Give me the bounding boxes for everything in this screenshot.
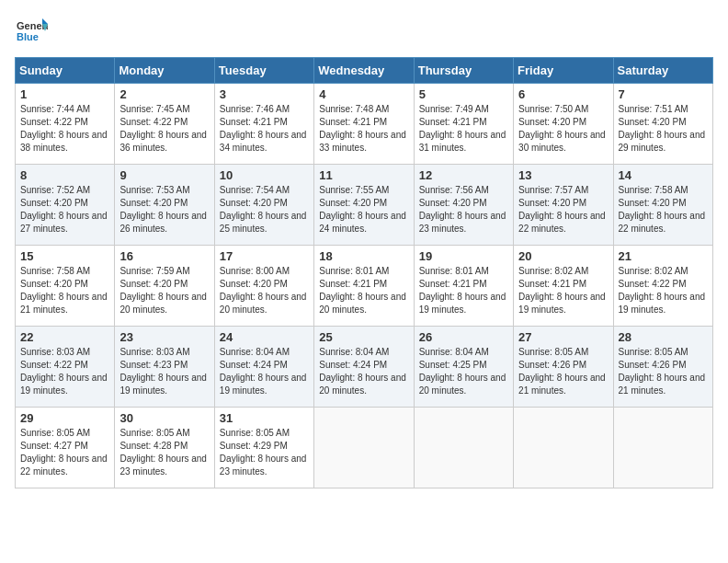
header: General Blue	[15, 15, 713, 48]
day-info: Sunrise: 8:02 AM Sunset: 4:21 PM Dayligh…	[518, 265, 608, 316]
day-number: 24	[220, 330, 309, 344]
calendar-cell: 4Sunrise: 7:48 AM Sunset: 4:21 PM Daylig…	[314, 84, 414, 165]
calendar-cell: 18Sunrise: 8:01 AM Sunset: 4:21 PM Dayli…	[314, 246, 414, 327]
calendar-cell: 13Sunrise: 7:57 AM Sunset: 4:20 PM Dayli…	[514, 165, 613, 246]
calendar-cell: 26Sunrise: 8:04 AM Sunset: 4:25 PM Dayli…	[414, 327, 513, 408]
week-row-5: 29Sunrise: 8:05 AM Sunset: 4:27 PM Dayli…	[16, 408, 713, 488]
day-info: Sunrise: 7:58 AM Sunset: 4:20 PM Dayligh…	[619, 184, 708, 236]
calendar-cell: 5Sunrise: 7:49 AM Sunset: 4:21 PM Daylig…	[414, 84, 513, 165]
day-info: Sunrise: 7:54 AM Sunset: 4:20 PM Dayligh…	[220, 184, 309, 236]
day-number: 25	[319, 330, 408, 344]
day-info: Sunrise: 8:04 AM Sunset: 4:24 PM Dayligh…	[220, 346, 309, 397]
day-info: Sunrise: 7:51 AM Sunset: 4:20 PM Dayligh…	[619, 103, 708, 155]
day-info: Sunrise: 7:55 AM Sunset: 4:20 PM Dayligh…	[319, 184, 408, 236]
calendar-cell: 6Sunrise: 7:50 AM Sunset: 4:20 PM Daylig…	[514, 84, 613, 165]
calendar-cell: 29Sunrise: 8:05 AM Sunset: 4:27 PM Dayli…	[16, 408, 115, 488]
day-info: Sunrise: 8:05 AM Sunset: 4:26 PM Dayligh…	[518, 346, 608, 397]
calendar-cell: 2Sunrise: 7:45 AM Sunset: 4:22 PM Daylig…	[115, 84, 214, 165]
calendar-cell	[514, 408, 613, 488]
calendar-cell: 31Sunrise: 8:05 AM Sunset: 4:29 PM Dayli…	[214, 408, 313, 488]
day-info: Sunrise: 7:49 AM Sunset: 4:21 PM Dayligh…	[419, 103, 508, 155]
day-number: 29	[20, 411, 109, 425]
calendar-cell: 7Sunrise: 7:51 AM Sunset: 4:20 PM Daylig…	[613, 84, 712, 165]
day-info: Sunrise: 8:05 AM Sunset: 4:28 PM Dayligh…	[119, 427, 209, 478]
logo-svg: General Blue	[15, 15, 48, 48]
calendar-cell	[414, 408, 513, 488]
day-number: 19	[419, 249, 508, 263]
day-info: Sunrise: 8:05 AM Sunset: 4:27 PM Dayligh…	[20, 427, 109, 478]
calendar-cell: 1Sunrise: 7:44 AM Sunset: 4:22 PM Daylig…	[16, 84, 115, 165]
day-number: 27	[518, 330, 608, 344]
col-header-monday: Monday	[115, 58, 214, 84]
calendar-cell	[613, 408, 712, 488]
day-number: 16	[119, 249, 209, 263]
day-number: 9	[119, 168, 209, 182]
week-row-3: 15Sunrise: 7:58 AM Sunset: 4:20 PM Dayli…	[16, 246, 713, 327]
day-number: 11	[319, 168, 408, 182]
day-number: 31	[220, 411, 309, 425]
calendar-cell	[314, 408, 414, 488]
day-info: Sunrise: 8:03 AM Sunset: 4:23 PM Dayligh…	[119, 346, 209, 397]
day-info: Sunrise: 8:05 AM Sunset: 4:26 PM Dayligh…	[619, 346, 708, 397]
day-number: 26	[419, 330, 508, 344]
calendar-cell: 30Sunrise: 8:05 AM Sunset: 4:28 PM Dayli…	[115, 408, 214, 488]
day-info: Sunrise: 7:44 AM Sunset: 4:22 PM Dayligh…	[20, 103, 109, 155]
day-number: 14	[619, 168, 708, 182]
day-number: 10	[220, 168, 309, 182]
day-info: Sunrise: 8:04 AM Sunset: 4:25 PM Dayligh…	[419, 346, 508, 397]
day-number: 3	[220, 87, 309, 101]
day-number: 8	[20, 168, 109, 182]
calendar-cell: 17Sunrise: 8:00 AM Sunset: 4:20 PM Dayli…	[214, 246, 313, 327]
day-info: Sunrise: 8:02 AM Sunset: 4:22 PM Dayligh…	[619, 265, 708, 316]
col-header-wednesday: Wednesday	[314, 58, 414, 84]
day-info: Sunrise: 8:04 AM Sunset: 4:24 PM Dayligh…	[319, 346, 408, 397]
day-number: 15	[20, 249, 109, 263]
day-info: Sunrise: 7:56 AM Sunset: 4:20 PM Dayligh…	[419, 184, 508, 236]
day-info: Sunrise: 7:57 AM Sunset: 4:20 PM Dayligh…	[518, 184, 608, 236]
logo: General Blue	[15, 15, 48, 48]
day-number: 23	[119, 330, 209, 344]
day-info: Sunrise: 8:03 AM Sunset: 4:22 PM Dayligh…	[20, 346, 109, 397]
col-header-saturday: Saturday	[613, 58, 712, 84]
day-info: Sunrise: 8:01 AM Sunset: 4:21 PM Dayligh…	[419, 265, 508, 316]
calendar-cell: 16Sunrise: 7:59 AM Sunset: 4:20 PM Dayli…	[115, 246, 214, 327]
day-number: 20	[518, 249, 608, 263]
calendar-cell: 8Sunrise: 7:52 AM Sunset: 4:20 PM Daylig…	[16, 165, 115, 246]
day-info: Sunrise: 7:53 AM Sunset: 4:20 PM Dayligh…	[119, 184, 209, 236]
day-info: Sunrise: 7:59 AM Sunset: 4:20 PM Dayligh…	[119, 265, 209, 316]
week-row-4: 22Sunrise: 8:03 AM Sunset: 4:22 PM Dayli…	[16, 327, 713, 408]
calendar-cell: 11Sunrise: 7:55 AM Sunset: 4:20 PM Dayli…	[314, 165, 414, 246]
calendar-cell: 15Sunrise: 7:58 AM Sunset: 4:20 PM Dayli…	[16, 246, 115, 327]
day-number: 13	[518, 168, 608, 182]
calendar-cell: 25Sunrise: 8:04 AM Sunset: 4:24 PM Dayli…	[314, 327, 414, 408]
day-number: 21	[619, 249, 708, 263]
col-header-sunday: Sunday	[16, 58, 115, 84]
calendar-cell: 21Sunrise: 8:02 AM Sunset: 4:22 PM Dayli…	[613, 246, 712, 327]
calendar-table: SundayMondayTuesdayWednesdayThursdayFrid…	[15, 57, 713, 488]
day-number: 12	[419, 168, 508, 182]
day-number: 4	[319, 87, 408, 101]
calendar-cell: 23Sunrise: 8:03 AM Sunset: 4:23 PM Dayli…	[115, 327, 214, 408]
col-header-thursday: Thursday	[414, 58, 513, 84]
day-number: 7	[619, 87, 708, 101]
day-number: 5	[419, 87, 508, 101]
calendar-cell: 27Sunrise: 8:05 AM Sunset: 4:26 PM Dayli…	[514, 327, 613, 408]
calendar-cell: 28Sunrise: 8:05 AM Sunset: 4:26 PM Dayli…	[613, 327, 712, 408]
calendar-cell: 19Sunrise: 8:01 AM Sunset: 4:21 PM Dayli…	[414, 246, 513, 327]
calendar-cell: 22Sunrise: 8:03 AM Sunset: 4:22 PM Dayli…	[16, 327, 115, 408]
calendar-cell: 14Sunrise: 7:58 AM Sunset: 4:20 PM Dayli…	[613, 165, 712, 246]
day-number: 2	[119, 87, 209, 101]
calendar-cell: 10Sunrise: 7:54 AM Sunset: 4:20 PM Dayli…	[214, 165, 313, 246]
day-number: 6	[518, 87, 608, 101]
day-info: Sunrise: 7:45 AM Sunset: 4:22 PM Dayligh…	[119, 103, 209, 155]
calendar-cell: 24Sunrise: 8:04 AM Sunset: 4:24 PM Dayli…	[214, 327, 313, 408]
day-info: Sunrise: 7:58 AM Sunset: 4:20 PM Dayligh…	[20, 265, 109, 316]
day-number: 30	[119, 411, 209, 425]
day-number: 17	[220, 249, 309, 263]
calendar-cell: 12Sunrise: 7:56 AM Sunset: 4:20 PM Dayli…	[414, 165, 513, 246]
day-number: 22	[20, 330, 109, 344]
calendar-cell: 20Sunrise: 8:02 AM Sunset: 4:21 PM Dayli…	[514, 246, 613, 327]
day-info: Sunrise: 8:05 AM Sunset: 4:29 PM Dayligh…	[220, 427, 309, 478]
day-number: 18	[319, 249, 408, 263]
week-row-2: 8Sunrise: 7:52 AM Sunset: 4:20 PM Daylig…	[16, 165, 713, 246]
